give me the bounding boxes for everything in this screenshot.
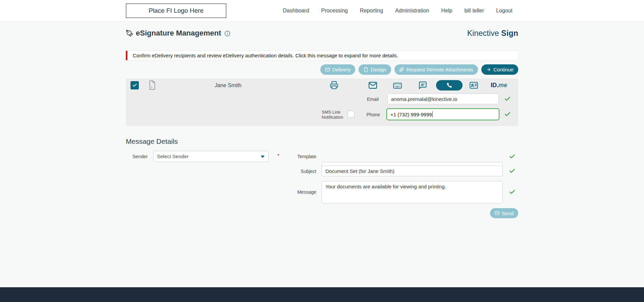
recipient-row: 1 Jane Smith ID.me Email SMS Link Notifi… — [126, 78, 518, 126]
signature-pen-icon — [126, 29, 133, 37]
idme-id-text: ID. — [491, 82, 498, 88]
message-valid-check-icon — [509, 189, 516, 195]
template-label: Template — [288, 154, 316, 159]
subject-label: Subject — [288, 169, 316, 174]
nav-item-administration[interactable]: Administration — [395, 8, 429, 14]
request-remote-attachments-button[interactable]: Request Remote Attachments — [394, 64, 478, 75]
send-button[interactable]: Send — [490, 208, 518, 218]
envelope-icon — [325, 67, 330, 72]
email-input[interactable] — [387, 94, 499, 104]
nav-links: Dashboard Processing Reporting Administr… — [283, 8, 513, 14]
idme-method-icon[interactable]: ID.me — [491, 82, 507, 89]
kinective-sign-logo: Kinective Sign — [467, 29, 518, 38]
template-valid-check-icon — [509, 153, 516, 160]
phone-input[interactable]: +1 (732) 999-9999 — [386, 108, 499, 120]
document-icon[interactable]: 1 — [148, 80, 157, 90]
email-label: Email — [354, 97, 379, 102]
message-details-form: Sender Select Sender * Template Default … — [126, 151, 518, 221]
footer-bar — [0, 287, 644, 302]
brand-name: Kinective — [467, 29, 499, 38]
chevron-down-icon — [260, 154, 266, 160]
nav-item-dashboard[interactable]: Dashboard — [283, 8, 309, 14]
sender-dropdown[interactable]: Select Sender — [153, 151, 269, 162]
edelivery-alert-banner[interactable]: Confirm eDelivery recipients and review … — [126, 51, 518, 60]
phone-input-value: +1 (732) 999-9999 — [390, 112, 432, 117]
fi-logo-text: Place FI Logo Here — [149, 7, 204, 14]
info-icon[interactable] — [224, 31, 230, 37]
main-area: eSignature Management Kinective Sign Con… — [0, 21, 644, 287]
delivery-button-label: Delivery — [332, 67, 351, 72]
send-button-label: Send — [502, 210, 514, 216]
sms-link-notification-label: SMS Link Notification — [322, 110, 346, 120]
alert-text: Confirm eDelivery recipients and review … — [133, 53, 398, 58]
nav-item-help[interactable]: Help — [441, 8, 452, 14]
phone-method-selected-chip[interactable] — [436, 80, 463, 90]
design-button[interactable]: Design — [359, 64, 391, 75]
top-nav: Place FI Logo Here Dashboard Processing … — [0, 0, 644, 21]
email-method-icon[interactable] — [368, 81, 377, 90]
sender-required-marker: * — [277, 153, 279, 159]
fi-logo-placeholder: Place FI Logo Here — [126, 3, 226, 18]
email-valid-check-icon — [504, 96, 511, 102]
delivery-button[interactable]: Delivery — [320, 64, 355, 75]
checkbox-check-icon — [132, 83, 137, 88]
keyboard-access-code-icon[interactable] — [393, 81, 402, 90]
action-toolbar: Delivery Design Request Remote Attachmen… — [126, 64, 518, 75]
sender-label: Sender — [132, 154, 148, 159]
sms-chat-icon[interactable] — [418, 81, 427, 90]
continue-button[interactable]: Continue — [481, 64, 518, 75]
print-icon[interactable] — [330, 81, 338, 89]
recipient-name: Jane Smith — [195, 82, 262, 88]
file-design-icon — [363, 67, 368, 72]
message-label: Message — [288, 189, 316, 195]
paperclip-icon — [399, 67, 404, 72]
page-title: eSignature Management — [136, 29, 221, 38]
idme-me-text: me — [498, 82, 507, 88]
phone-icon — [446, 82, 452, 88]
sender-dropdown-value: Select Sender — [157, 154, 189, 159]
arrow-right-icon — [486, 67, 491, 72]
nav-item-logout[interactable]: Logout — [496, 8, 513, 14]
page-header: eSignature Management Kinective Sign — [126, 28, 518, 38]
subject-input[interactable] — [322, 166, 503, 176]
message-details-heading: Message Details — [126, 137, 518, 145]
svg-text:1: 1 — [151, 85, 153, 89]
continue-button-label: Continue — [493, 67, 514, 72]
brand-product: Sign — [501, 29, 518, 38]
request-remote-attachments-label: Request Remote Attachments — [407, 67, 473, 72]
sms-link-notification-checkbox[interactable] — [347, 111, 355, 118]
envelope-icon — [495, 211, 499, 216]
message-textarea[interactable]: Your documents are available for viewing… — [322, 181, 503, 203]
text-cursor — [432, 111, 433, 117]
nav-item-user[interactable]: bill teller — [464, 8, 484, 14]
nav-item-processing[interactable]: Processing — [321, 8, 348, 14]
nav-item-reporting[interactable]: Reporting — [360, 8, 383, 14]
phone-label: Phone — [357, 112, 380, 117]
phone-valid-check-icon — [504, 111, 511, 118]
design-button-label: Design — [371, 67, 386, 72]
subject-valid-check-icon — [509, 168, 516, 174]
contact-card-icon[interactable] — [469, 81, 478, 90]
recipient-checkbox[interactable] — [130, 81, 139, 89]
